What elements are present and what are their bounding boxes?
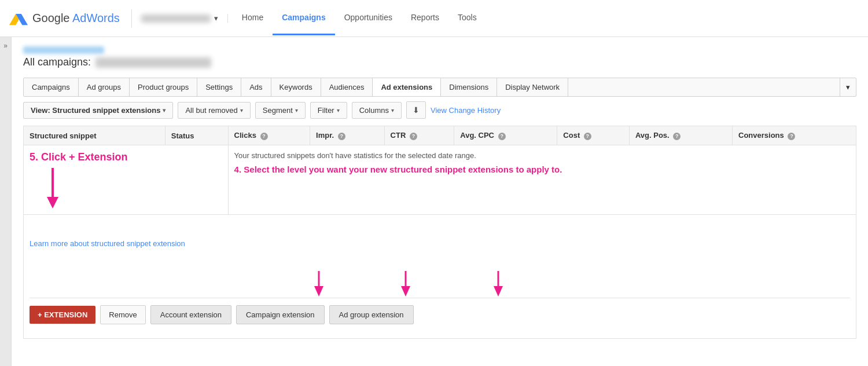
sidebar-toggle-icon[interactable]: » xyxy=(3,42,8,50)
download-icon: ⬇ xyxy=(413,105,420,115)
table-wrapper: Structured snippet Status Clicks ? Impr.… xyxy=(23,126,856,215)
step5-annotation: 5. Click + Extension xyxy=(30,151,222,163)
tab-ads[interactable]: Ads xyxy=(241,78,271,96)
columns-label: Columns xyxy=(359,106,389,115)
filter-button[interactable]: Filter ▾ xyxy=(310,102,347,119)
table-header-row: Structured snippet Status Clicks ? Impr.… xyxy=(24,126,856,145)
bottom-action-bar: + EXTENSION Remove Account extension Cam… xyxy=(30,298,850,331)
tab-audiences[interactable]: Audiences xyxy=(321,78,373,96)
cost-help-icon[interactable]: ? xyxy=(584,133,591,140)
status-filter-label: All but removed xyxy=(185,106,237,115)
tab-more-button[interactable]: ▾ xyxy=(840,78,856,96)
filter-arrow-icon: ▾ xyxy=(337,107,340,114)
empty-message-cell: Your structured snippets don't have stat… xyxy=(228,145,856,215)
nav-tools[interactable]: Tools xyxy=(448,1,486,35)
table-row: 5. Click + Extension xyxy=(24,145,856,215)
col-avg-pos: Avg. Pos. ? xyxy=(629,126,732,145)
annotation-cell: 5. Click + Extension xyxy=(24,145,229,215)
avg-pos-help-icon[interactable]: ? xyxy=(673,133,681,140)
status-filter-button[interactable]: All but removed ▾ xyxy=(178,102,250,119)
top-navigation: Google AdWords ▾ Home Campaigns Opportun… xyxy=(0,0,868,37)
view-selector-arrow-icon: ▾ xyxy=(163,107,165,114)
step4-annotation: 4. Select the level you want your new st… xyxy=(234,164,850,174)
col-status: Status xyxy=(165,126,228,145)
adwords-logo-icon xyxy=(9,9,28,28)
remove-button[interactable]: Remove xyxy=(100,305,145,324)
nav-campaigns[interactable]: Campaigns xyxy=(273,1,334,35)
impr-help-icon[interactable]: ? xyxy=(338,133,345,140)
main-layout: » All campaigns: Campaigns Ad groups Pro… xyxy=(0,37,868,366)
segment-button[interactable]: Segment ▾ xyxy=(255,102,306,119)
breadcrumb-top xyxy=(23,46,856,54)
account-name-blurred xyxy=(141,14,211,23)
view-selector-button[interactable]: View: Structured snippet extensions ▾ xyxy=(23,102,173,119)
filter-bar: View: Structured snippet extensions ▾ Al… xyxy=(23,101,856,119)
nav-reports[interactable]: Reports xyxy=(402,1,448,35)
col-clicks: Clicks ? xyxy=(228,126,310,145)
tab-dimensions[interactable]: Dimensions xyxy=(441,78,497,96)
data-table: Structured snippet Status Clicks ? Impr.… xyxy=(23,126,856,215)
avg-cpc-help-icon[interactable]: ? xyxy=(498,133,506,140)
account-selector[interactable]: ▾ xyxy=(132,14,228,23)
nav-opportunities[interactable]: Opportunities xyxy=(335,1,402,35)
tab-ad-extensions[interactable]: Ad extensions xyxy=(373,78,441,96)
conversions-help-icon[interactable]: ? xyxy=(788,133,795,140)
learn-more-link[interactable]: Learn more about structured snippet exte… xyxy=(30,239,185,248)
account-extension-button[interactable]: Account extension xyxy=(150,305,231,324)
filter-label: Filter xyxy=(318,106,334,115)
ad-group-extension-button[interactable]: Ad group extension xyxy=(329,305,414,324)
change-history-link[interactable]: View Change History xyxy=(431,106,501,115)
columns-arrow-icon: ▾ xyxy=(391,107,394,114)
columns-button[interactable]: Columns ▾ xyxy=(352,102,402,119)
svg-marker-8 xyxy=(401,286,410,297)
download-button[interactable]: ⬇ xyxy=(406,101,426,119)
svg-marker-10 xyxy=(494,286,503,297)
segment-arrow-icon: ▾ xyxy=(295,107,298,114)
no-stats-message: Your structured snippets don't have stat… xyxy=(234,151,850,160)
account-dropdown-arrow[interactable]: ▾ xyxy=(214,14,218,23)
tab-ad-groups[interactable]: Ad groups xyxy=(79,78,130,96)
view-selector-label: View: Structured snippet extensions xyxy=(31,106,160,115)
nav-home[interactable]: Home xyxy=(233,1,273,35)
col-cost: Cost ? xyxy=(557,126,630,145)
col-impr: Impr. ? xyxy=(310,126,385,145)
tab-keywords[interactable]: Keywords xyxy=(271,78,321,96)
add-extension-button[interactable]: + EXTENSION xyxy=(30,306,95,324)
bottom-section: Learn more about structured snippet exte… xyxy=(23,215,856,339)
col-avg-cpc: Avg. CPC ? xyxy=(454,126,557,145)
segment-label: Segment xyxy=(263,106,293,115)
campaign-extension-button[interactable]: Campaign extension xyxy=(236,305,325,324)
annotation-arrows xyxy=(30,271,550,297)
logo-area: Google AdWords xyxy=(9,9,132,28)
col-structured-snippet: Structured snippet xyxy=(24,126,165,145)
status-filter-arrow-icon: ▾ xyxy=(240,107,243,114)
tab-product-groups[interactable]: Product groups xyxy=(130,78,197,96)
logo-text: Google AdWords xyxy=(32,12,120,25)
tab-settings[interactable]: Settings xyxy=(197,78,241,96)
tab-campaigns[interactable]: Campaigns xyxy=(24,78,79,96)
page-title-text: All campaigns: xyxy=(23,56,91,68)
sidebar-toggle[interactable]: » xyxy=(0,37,12,366)
clicks-help-icon[interactable]: ? xyxy=(260,133,268,140)
ctr-help-icon[interactable]: ? xyxy=(410,133,417,140)
campaign-name-blurred xyxy=(95,57,211,68)
page-title: All campaigns: xyxy=(23,56,856,68)
tab-display-network[interactable]: Display Network xyxy=(497,78,568,96)
tabs-bar: Campaigns Ad groups Product groups Setti… xyxy=(23,78,856,97)
arrows-area xyxy=(30,271,850,297)
svg-marker-6 xyxy=(314,286,323,297)
breadcrumb-blurred xyxy=(23,46,104,54)
svg-marker-4 xyxy=(47,197,58,208)
learn-more-area: Learn more about structured snippet exte… xyxy=(30,222,850,248)
col-conversions: Conversions ? xyxy=(733,126,856,145)
nav-links: Home Campaigns Opportunities Reports Too… xyxy=(233,1,486,35)
breadcrumb-area: All campaigns: xyxy=(23,46,856,68)
arrow-down-icon xyxy=(41,168,64,208)
main-content: All campaigns: Campaigns Ad groups Produ… xyxy=(12,37,868,366)
col-ctr: CTR ? xyxy=(384,126,454,145)
